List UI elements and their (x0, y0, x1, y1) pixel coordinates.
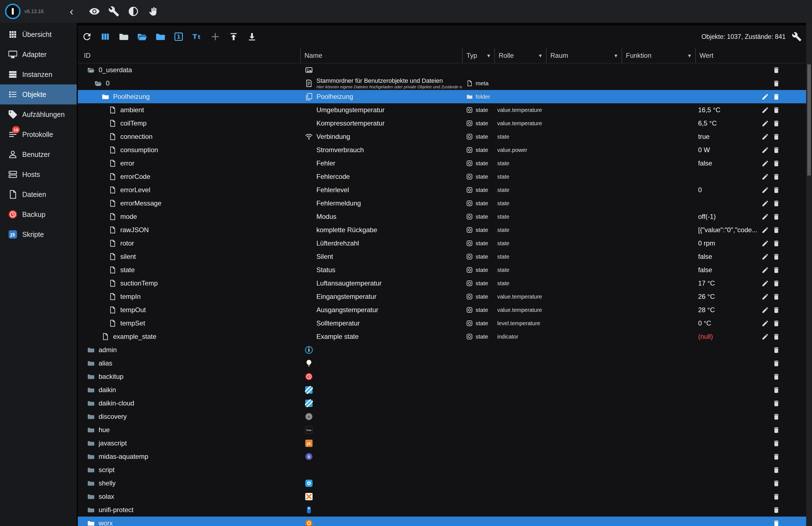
object-value-cell[interactable]: 26 °C (695, 290, 757, 303)
object-row-connection[interactable]: connection Verbindung state state true (78, 130, 806, 143)
object-row-error[interactable]: error Fehler state state false (78, 157, 806, 170)
object-value-cell[interactable]: 0 W (695, 143, 757, 157)
sidebar-collapse-button[interactable]: ‹ (70, 7, 73, 16)
delete-object-button[interactable] (772, 133, 780, 141)
depth-one-button[interactable]: 1 (173, 31, 184, 42)
delete-object-button[interactable] (772, 506, 780, 514)
delete-object-button[interactable] (772, 213, 780, 220)
object-value-cell[interactable]: 28 °C (695, 303, 757, 317)
object-row-script[interactable]: script (78, 463, 806, 477)
object-value-cell[interactable]: 6,5 °C (695, 117, 757, 130)
delete-object-button[interactable] (772, 346, 780, 354)
object-row-errorlevel[interactable]: errorLevel Fehlerlevel state state 0 (78, 183, 806, 196)
sidebar-item-skripte[interactable]: JS Skripte (0, 224, 77, 244)
delete-object-button[interactable] (772, 80, 780, 87)
object-row-coiltemp[interactable]: coilTemp Kompressortemperatur state valu… (78, 117, 806, 130)
object-row-backitup[interactable]: backitup (78, 370, 806, 383)
delete-object-button[interactable] (772, 480, 780, 487)
object-row-solax[interactable]: solax (78, 490, 806, 503)
object-value-cell[interactable]: [{"value":"0","code... (695, 223, 757, 237)
edit-object-button[interactable] (762, 227, 769, 234)
edit-object-button[interactable] (762, 306, 769, 314)
object-value-cell[interactable]: (null) (695, 330, 757, 343)
folder-icon[interactable] (87, 453, 95, 461)
sidebar-item-benutzer[interactable]: Benutzer (0, 144, 77, 164)
folder-icon[interactable] (87, 413, 95, 421)
edit-object-button[interactable] (762, 253, 769, 261)
delete-object-button[interactable] (772, 466, 780, 474)
delete-object-button[interactable] (772, 67, 780, 74)
delete-object-button[interactable] (772, 306, 780, 314)
delete-object-button[interactable] (772, 146, 780, 154)
object-row-hue[interactable]: hue hue (78, 423, 806, 437)
object-row-admin[interactable]: admin (78, 343, 806, 356)
column-header-raum[interactable]: Raum ▾ (546, 48, 622, 63)
sidebar-item-backup[interactable]: Backup (0, 204, 77, 224)
column-header-typ[interactable]: Typ ▾ (462, 48, 494, 63)
delete-object-button[interactable] (772, 320, 780, 327)
folder-icon[interactable] (87, 346, 95, 354)
vertical-scrollbar[interactable] (806, 23, 812, 526)
edit-object-button[interactable] (762, 320, 769, 327)
object-row-tempset[interactable]: tempSet Solltemperatur state level.tempe… (78, 317, 806, 330)
object-value-cell[interactable] (695, 196, 757, 210)
object-row-mode[interactable]: mode Modus state state off(-1) (78, 210, 806, 223)
delete-object-button[interactable] (772, 440, 780, 447)
object-row-shelly[interactable]: shelly (78, 477, 806, 490)
sidebar-item-protokolle[interactable]: 19 Protokolle (0, 125, 77, 144)
object-row-state[interactable]: state Status state state false (78, 263, 806, 277)
gesture-button[interactable] (147, 6, 158, 17)
object-value-cell[interactable]: 0 (695, 183, 757, 196)
add-object-button[interactable] (210, 31, 221, 42)
edit-object-button[interactable] (762, 133, 769, 141)
object-row-silent[interactable]: silent Silent state state false (78, 250, 806, 263)
edit-object-button[interactable] (762, 266, 769, 274)
object-row-javascript[interactable]: javascript JS (78, 437, 806, 450)
sidebar-item-instanzen[interactable]: Instanzen (0, 64, 77, 85)
delete-object-button[interactable] (772, 413, 780, 421)
edit-object-button[interactable] (762, 93, 769, 101)
edit-object-button[interactable] (762, 333, 769, 340)
delete-object-button[interactable] (772, 426, 780, 434)
object-row-tempout[interactable]: tempOut Ausgangstemperatur state value.t… (78, 303, 806, 317)
delete-object-button[interactable] (772, 253, 780, 261)
object-value-cell[interactable]: 17 °C (695, 277, 757, 290)
edit-object-button[interactable] (762, 106, 769, 114)
delete-object-button[interactable] (772, 293, 780, 301)
delete-object-button[interactable] (772, 93, 780, 101)
object-value-cell[interactable] (695, 170, 757, 183)
delete-object-button[interactable] (772, 173, 780, 180)
delete-object-button[interactable] (772, 120, 780, 127)
folder-open-icon[interactable] (94, 79, 102, 87)
settings-button[interactable] (108, 6, 119, 17)
object-row-daikin-cloud[interactable]: daikin-cloud (78, 397, 806, 410)
folder-icon[interactable] (87, 479, 95, 487)
edit-object-button[interactable] (762, 280, 769, 287)
folder-icon[interactable] (87, 386, 95, 394)
folder-icon[interactable] (87, 439, 95, 447)
delete-object-button[interactable] (772, 266, 780, 274)
object-row-daikin[interactable]: daikin (78, 383, 806, 397)
delete-object-button[interactable] (772, 106, 780, 114)
object-value-cell[interactable]: 0 °C (695, 317, 757, 330)
object-value-cell[interactable]: 0 rpm (695, 237, 757, 250)
folder-icon[interactable] (87, 373, 95, 380)
object-settings-button[interactable] (792, 32, 802, 42)
folder-icon[interactable] (87, 493, 95, 500)
edit-object-button[interactable] (762, 120, 769, 127)
text-size-button[interactable]: Tt (192, 31, 202, 42)
import-button[interactable] (228, 31, 239, 42)
object-value-cell[interactable]: false (695, 157, 757, 170)
object-row-errormessage[interactable]: errorMessage Fehlermeldung state state (78, 196, 806, 210)
edit-object-button[interactable] (762, 293, 769, 301)
sidebar-item-objekte[interactable]: Objekte (0, 85, 77, 104)
object-row-discovery[interactable]: discovery (78, 410, 806, 423)
folder-icon[interactable] (101, 93, 109, 101)
object-value-cell[interactable]: off(-1) (695, 210, 757, 223)
delete-object-button[interactable] (772, 186, 780, 194)
delete-object-button[interactable] (772, 386, 780, 394)
delete-object-button[interactable] (772, 373, 780, 380)
expand-all-button[interactable] (137, 31, 147, 42)
theme-toggle-button[interactable] (128, 6, 139, 17)
refresh-button[interactable] (82, 31, 92, 42)
